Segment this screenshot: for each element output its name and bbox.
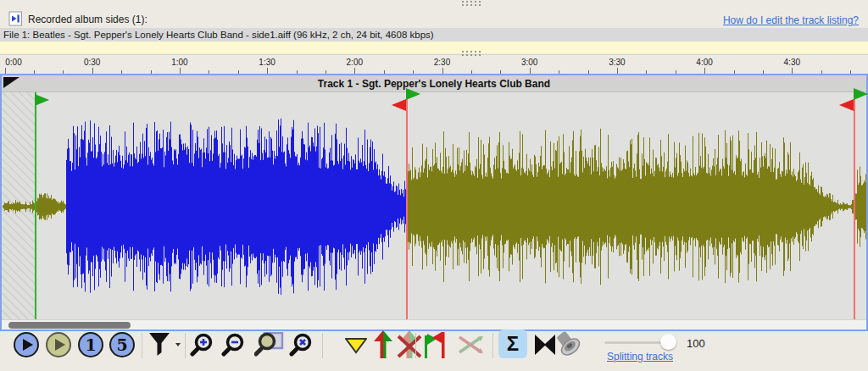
delete-track-break-button[interactable] (397, 330, 422, 363)
play-1-second-button[interactable]: 1 (78, 332, 103, 357)
swap-track-breaks-button[interactable] (458, 333, 485, 360)
ruler-tick (180, 68, 181, 74)
splitting-tracks-link[interactable]: Splitting tracks (607, 351, 673, 363)
zoom-to-selection-button[interactable] (254, 332, 285, 361)
zoom-to-selection-icon (254, 332, 285, 357)
filter-icon (147, 332, 181, 357)
play-button[interactable] (14, 332, 39, 357)
ruler-tick (792, 68, 793, 74)
insert-track-break-button[interactable] (371, 330, 395, 363)
ruler-label: 4:30 (779, 58, 804, 67)
horizontal-scrollbar[interactable] (2, 319, 866, 329)
play-5-seconds-icon: 5 (116, 337, 127, 353)
toolbar-separator (142, 333, 142, 358)
ruler-tick (704, 68, 705, 74)
ruler-tick (5, 68, 6, 74)
recorded-sides-label: Recorded album sides (1): (28, 14, 147, 25)
album-side-file-icon (8, 11, 23, 26)
ruler-label: 2:00 (342, 58, 367, 67)
ruler-tick (354, 68, 355, 74)
ruler-tick (442, 68, 443, 74)
zoom-out-button[interactable] (221, 333, 245, 360)
track-boundary-line[interactable] (406, 92, 408, 319)
volume-slider-thumb[interactable] (660, 334, 676, 350)
ruler-label: 3:00 (517, 58, 542, 67)
volume-value: 100 (687, 337, 705, 350)
corner-marker[interactable] (3, 77, 19, 88)
sum-channels-button[interactable]: Σ (498, 329, 527, 358)
ruler-label: 0:00 (1, 58, 26, 67)
toolbar-separator (492, 333, 493, 358)
insert-track-break-icon (371, 330, 395, 359)
zoom-in-button[interactable] (190, 333, 214, 360)
zoom-reset-icon (289, 333, 313, 357)
zoom-in-icon (190, 333, 214, 357)
file-list-item[interactable]: File 1: Beatles - Sgt. Pepper's Lonely H… (0, 28, 868, 42)
waveform-panel: Track 1 - Sgt. Pepper's Lonely Hearts Cl… (0, 74, 868, 331)
ruler-label: 1:00 (167, 58, 192, 67)
join-tracks-icon (532, 333, 558, 357)
track-title-bar[interactable]: Track 1 - Sgt. Pepper's Lonely Hearts Cl… (2, 75, 866, 92)
ruler-tick (617, 68, 618, 74)
goto-marker-button[interactable] (345, 338, 367, 358)
goto-marker-icon (345, 338, 367, 355)
next-track-start-flag[interactable] (406, 88, 420, 100)
toolbar-separator (415, 333, 416, 358)
ruler-label: 2:30 (430, 58, 455, 67)
pane-splitter (0, 54, 868, 55)
track-end-flag[interactable] (839, 99, 854, 111)
file-list-empty-row (0, 42, 868, 53)
pane-splitter-grip-top[interactable] (462, 1, 484, 7)
next-track-start-flag[interactable] (854, 88, 868, 100)
track-boundary-flags-icon (422, 330, 448, 359)
play-5-seconds-button[interactable]: 5 (109, 332, 135, 357)
waveform-area[interactable] (2, 92, 866, 319)
play-1-second-icon: 1 (85, 337, 96, 353)
play-quiet-icon (55, 339, 65, 351)
play-quiet-button[interactable] (46, 332, 71, 357)
delete-track-break-icon (397, 330, 422, 359)
waveform-canvas[interactable] (2, 92, 866, 319)
zoom-out-icon (221, 333, 245, 357)
join-tracks-button[interactable] (532, 333, 558, 360)
track-boundary-line[interactable] (854, 92, 855, 319)
speaker-icon (556, 329, 587, 360)
toolbar-separator (185, 333, 186, 358)
ruler-tick (267, 68, 268, 74)
scrollbar-thumb[interactable] (8, 322, 131, 329)
track-end-flag[interactable] (392, 99, 406, 111)
ruler-label: 3:30 (604, 58, 630, 67)
help-edit-track-listing-link[interactable]: How do I edit the track listing? (723, 14, 859, 26)
track-start-line[interactable] (35, 92, 36, 319)
ruler-tick (92, 68, 93, 74)
zoom-reset-button[interactable] (289, 333, 313, 360)
ruler-label: 4:00 (692, 58, 717, 67)
toolbar-separator (322, 333, 323, 358)
track-start-flag[interactable] (35, 94, 49, 106)
audition-button[interactable] (556, 329, 587, 363)
swap-track-breaks-icon (458, 333, 485, 357)
sigma-icon: Σ (507, 334, 519, 354)
ruler-tick (530, 68, 531, 74)
play-icon (23, 339, 33, 351)
track-boundary-flags-button[interactable] (422, 330, 448, 363)
filter-dropdown-button[interactable] (147, 332, 181, 361)
ruler-label: 0:30 (80, 58, 105, 67)
ruler-label: 1:30 (254, 58, 280, 67)
time-ruler[interactable]: 0:000:301:001:302:002:303:003:304:004:30 (0, 56, 868, 74)
